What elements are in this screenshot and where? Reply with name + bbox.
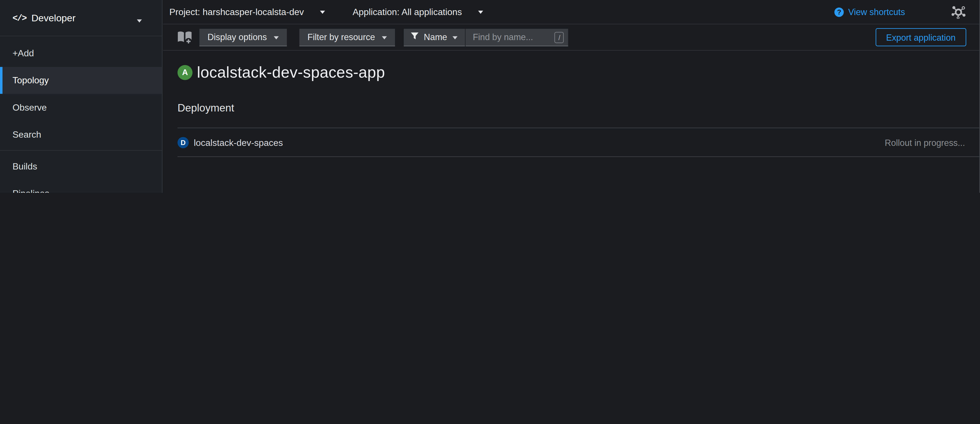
name-filter-group: Name /	[404, 29, 568, 46]
sidebar-item-pipelines[interactable]: Pipelines	[0, 180, 162, 193]
chevron-down-icon	[382, 36, 387, 39]
chevron-down-icon	[478, 10, 483, 13]
application-badge: A	[178, 65, 192, 80]
topology-toolbar: Display options Filter by resource Name …	[163, 24, 980, 51]
project-selector-label: Project: harshcasper-localsta-dev	[169, 7, 304, 17]
app-window: </> Developer +Add Topology Observe Sear…	[0, 0, 980, 193]
quick-search-icon[interactable]	[177, 30, 192, 44]
main-area: Project: harshcasper-localsta-dev Applic…	[163, 0, 980, 193]
find-by-name-wrap: /	[465, 29, 569, 46]
deployment-name[interactable]: localstack-dev-spaces	[194, 137, 283, 147]
view-shortcuts-label: View shortcuts	[848, 7, 905, 17]
chevron-down-icon	[137, 19, 142, 22]
filter-type-dropdown[interactable]: Name	[404, 29, 465, 46]
deployment-badge: D	[178, 137, 189, 148]
filter-by-resource-label: Filter by resource	[307, 32, 375, 42]
code-icon: </>	[13, 13, 26, 23]
project-selector[interactable]: Project: harshcasper-localsta-dev	[169, 7, 325, 17]
context-bar-right: ? View shortcuts	[835, 5, 966, 19]
sidebar: </> Developer +Add Topology Observe Sear…	[0, 0, 162, 193]
sidebar-item-builds[interactable]: Builds	[0, 153, 162, 180]
chevron-down-icon	[320, 10, 325, 13]
topology-view-icon[interactable]	[951, 5, 966, 19]
sidebar-divider	[0, 150, 162, 151]
perspective-switcher[interactable]: </> Developer	[0, 0, 162, 37]
sidebar-item-observe[interactable]: Observe	[0, 94, 162, 121]
display-options-dropdown[interactable]: Display options	[199, 29, 287, 46]
filter-type-label: Name	[424, 32, 447, 42]
sidebar-item-add[interactable]: +Add	[0, 40, 162, 67]
filter-icon	[410, 32, 419, 42]
topology-content: A localstack-dev-spaces-app Deployment D…	[163, 51, 980, 157]
sidebar-nav: +Add Topology Observe Search Builds Pipe…	[0, 37, 162, 193]
display-options-label: Display options	[207, 32, 267, 42]
chevron-down-icon	[274, 36, 279, 39]
chevron-down-icon	[453, 36, 458, 39]
slash-shortcut-key: /	[555, 32, 564, 43]
find-by-name-input[interactable]	[466, 29, 569, 46]
resource-list: D localstack-dev-spaces Rollout in progr…	[178, 128, 980, 157]
application-selector-label: Application: All applications	[353, 7, 462, 17]
section-heading: Deployment	[178, 102, 980, 115]
view-shortcuts-link[interactable]: ? View shortcuts	[835, 7, 905, 17]
application-title: localstack-dev-spaces-app	[197, 63, 385, 81]
export-application-button[interactable]: Export application	[875, 28, 966, 46]
filter-by-resource-dropdown[interactable]: Filter by resource	[299, 29, 395, 46]
deployment-row[interactable]: D localstack-dev-spaces Rollout in progr…	[178, 128, 980, 157]
sidebar-item-search[interactable]: Search	[0, 121, 162, 148]
application-heading: A localstack-dev-spaces-app	[178, 63, 980, 81]
sidebar-item-topology[interactable]: Topology	[0, 67, 162, 94]
help-icon: ?	[835, 7, 844, 16]
deployment-status: Rollout in progress...	[885, 137, 980, 147]
application-selector[interactable]: Application: All applications	[353, 7, 483, 17]
perspective-label: Developer	[31, 12, 75, 24]
context-bar: Project: harshcasper-localsta-dev Applic…	[163, 0, 980, 24]
